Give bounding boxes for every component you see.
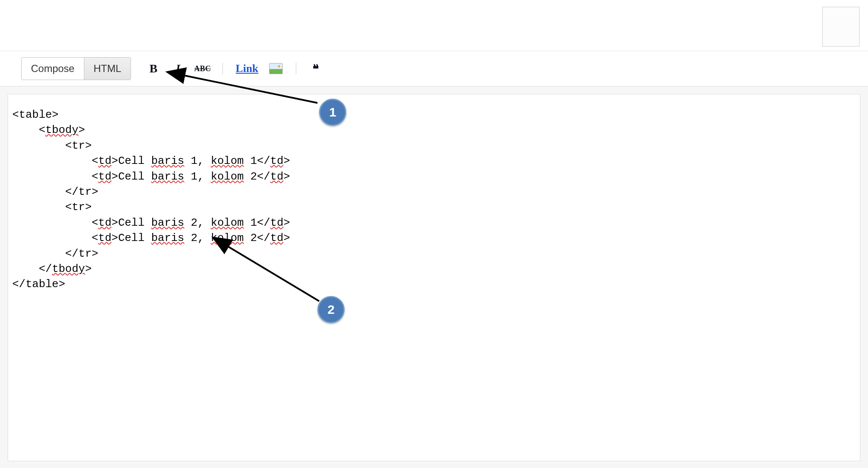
separator-icon: [223, 63, 223, 75]
italic-icon: I: [176, 62, 180, 75]
quote-button[interactable]: ❝: [309, 61, 323, 76]
separator-icon: [296, 63, 296, 75]
callout-number: 1: [329, 105, 337, 119]
editor-toolbar: Compose HTML B I ABC Link ❝: [0, 51, 868, 86]
html-button[interactable]: HTML: [84, 58, 131, 80]
strikethrough-icon: ABC: [194, 64, 211, 73]
header-right-box: [822, 7, 860, 47]
image-icon: [269, 63, 283, 74]
bold-icon: B: [150, 62, 158, 75]
compose-button[interactable]: Compose: [22, 58, 84, 80]
italic-button[interactable]: I: [171, 61, 185, 76]
code-content: <table> <tbody> <tr> <td>Cell baris 1, k…: [12, 107, 856, 292]
image-button[interactable]: [269, 61, 283, 76]
header-strip: [0, 0, 868, 51]
link-button[interactable]: Link: [236, 62, 259, 75]
code-editor[interactable]: <table> <tbody> <tr> <td>Cell baris 1, k…: [8, 94, 860, 461]
editor-canvas: <table> <tbody> <tr> <td>Cell baris 1, k…: [0, 86, 868, 468]
format-tools: B I ABC Link ❝: [146, 61, 323, 76]
callout-badge-1: 1: [319, 99, 346, 126]
strikethrough-button[interactable]: ABC: [195, 61, 210, 76]
callout-badge-2: 2: [317, 296, 345, 323]
bold-button[interactable]: B: [146, 61, 161, 76]
callout-number: 2: [328, 302, 335, 317]
mode-button-group: Compose HTML: [21, 57, 131, 80]
quote-icon: ❝: [313, 62, 319, 76]
